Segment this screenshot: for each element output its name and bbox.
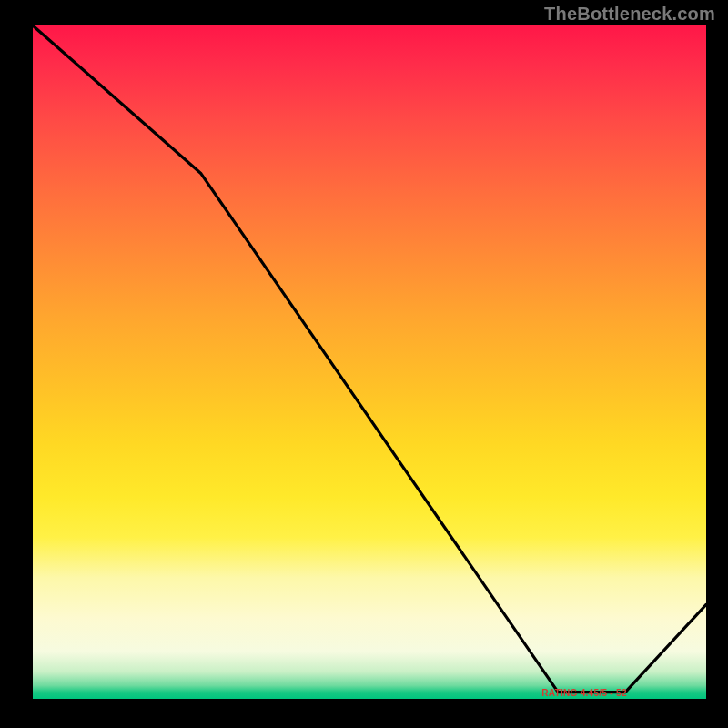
plot-frame: RATING 4.45/5 - 52 <box>33 25 706 699</box>
chart-line-layer <box>33 25 706 699</box>
chart-canvas: TheBottleneck.com RATING 4.45/5 - 52 <box>0 0 728 728</box>
chart-series-curve <box>33 25 706 693</box>
watermark-label: TheBottleneck.com <box>544 4 715 25</box>
rating-annotation: RATING 4.45/5 - 52 <box>541 688 627 698</box>
